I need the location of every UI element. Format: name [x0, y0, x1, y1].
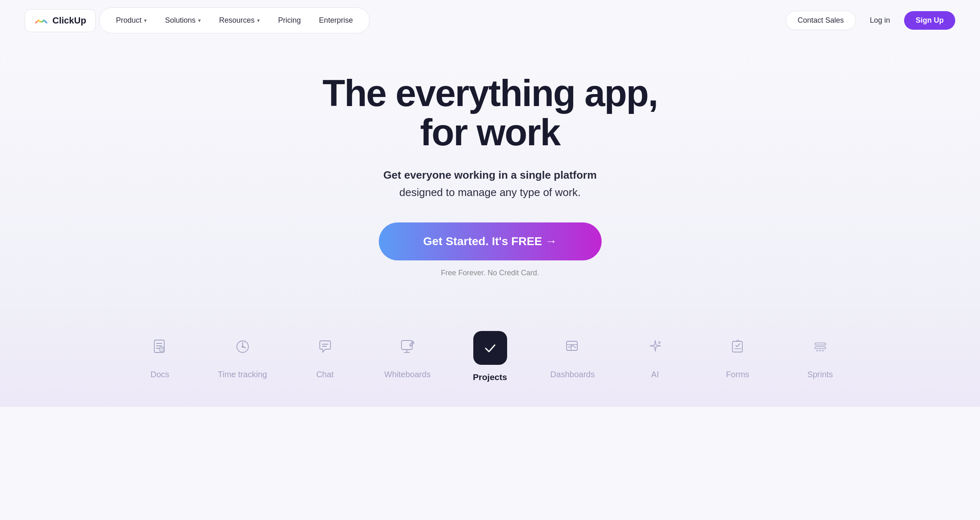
login-button[interactable]: Log in	[862, 11, 898, 30]
dashboard-icon	[564, 338, 581, 355]
feature-icon-bg-dashboards	[557, 331, 588, 362]
clickup-logo-icon	[34, 14, 48, 28]
nav-label-resources: Resources	[219, 16, 255, 25]
feature-icon-bg-docs	[144, 331, 176, 362]
feature-label-chat: Chat	[316, 370, 333, 379]
nav-label-product: Product	[116, 16, 142, 25]
feature-item-whiteboards[interactable]: Whiteboards	[366, 323, 449, 388]
clock-icon	[234, 338, 251, 355]
hero-title: The everything app, for work	[322, 74, 657, 152]
feature-item-dashboards[interactable]: Dashboards	[531, 323, 614, 388]
nav-item-pricing[interactable]: Pricing	[270, 12, 309, 29]
feature-item-projects[interactable]: Projects	[449, 323, 531, 390]
nav-item-enterprise[interactable]: Enterprise	[311, 12, 361, 29]
nav-item-solutions[interactable]: Solutions ▾	[157, 12, 209, 29]
nav-label-pricing: Pricing	[278, 16, 301, 25]
feature-label-forms: Forms	[726, 370, 749, 379]
svg-rect-4	[160, 347, 164, 351]
nav-label-solutions: Solutions	[165, 16, 196, 25]
feature-icon-bg-projects	[473, 331, 507, 365]
feature-label-projects: Projects	[473, 372, 507, 382]
hero-section: The everything app, for work Get everyon…	[0, 41, 980, 302]
feature-label-dashboards: Dashboards	[550, 370, 595, 379]
feature-label-time-tracking: Time tracking	[218, 370, 267, 379]
logo-text: ClickUp	[52, 15, 86, 26]
feature-icon-bg-time	[227, 331, 258, 362]
feature-item-forms[interactable]: Forms	[697, 323, 779, 388]
svg-rect-26	[815, 347, 826, 349]
feature-icon-bg-chat	[309, 331, 341, 362]
feature-label-ai: AI	[651, 370, 659, 379]
features-bar: Docs Time tracking Chat	[0, 302, 980, 407]
chevron-down-icon: ▾	[198, 17, 201, 24]
projects-check-icon	[482, 339, 499, 357]
forms-icon	[729, 338, 746, 355]
header-left: ClickUp Product ▾ Solutions ▾ Resources …	[25, 7, 370, 33]
feature-item-docs[interactable]: Docs	[119, 323, 201, 388]
feature-icon-bg-forms	[722, 331, 753, 362]
chat-icon	[316, 338, 334, 355]
feature-icon-bg-ai	[640, 331, 671, 362]
feature-icon-bg-whiteboards	[392, 331, 423, 362]
svg-rect-25	[815, 343, 826, 345]
contact-sales-button[interactable]: Contact Sales	[786, 11, 856, 30]
ai-sparkle-icon	[647, 338, 664, 355]
feature-label-sprints: Sprints	[807, 370, 833, 379]
logo[interactable]: ClickUp	[25, 9, 96, 32]
feature-icon-bg-sprints	[805, 331, 836, 362]
get-started-button[interactable]: Get Started. It's FREE →	[379, 222, 602, 260]
chevron-down-icon: ▾	[257, 17, 260, 24]
nav-label-enterprise: Enterprise	[319, 16, 353, 25]
header-right: Contact Sales Log in Sign Up	[786, 11, 955, 30]
feature-label-docs: Docs	[151, 370, 170, 379]
nav-item-resources[interactable]: Resources ▾	[211, 12, 268, 29]
nav-item-product[interactable]: Product ▾	[108, 12, 155, 29]
header: ClickUp Product ▾ Solutions ▾ Resources …	[0, 0, 980, 41]
feature-item-time-tracking[interactable]: Time tracking	[201, 323, 284, 388]
hero-note: Free Forever. No Credit Card.	[441, 269, 539, 277]
main-nav: Product ▾ Solutions ▾ Resources ▾ Pricin…	[99, 7, 370, 33]
sprints-icon	[812, 338, 829, 355]
feature-label-whiteboards: Whiteboards	[384, 370, 430, 379]
svg-rect-12	[401, 340, 412, 350]
svg-point-22	[659, 342, 660, 343]
whiteboard-icon	[399, 338, 416, 355]
hero-subtitle: Get everyone working in a single platfor…	[383, 167, 597, 201]
chevron-down-icon: ▾	[144, 17, 147, 24]
signup-button[interactable]: Sign Up	[904, 11, 955, 30]
docs-icon	[151, 338, 169, 355]
svg-point-9	[242, 346, 243, 347]
feature-item-chat[interactable]: Chat	[284, 323, 366, 388]
feature-item-sprints[interactable]: Sprints	[779, 323, 862, 388]
feature-item-ai[interactable]: AI	[614, 323, 697, 388]
